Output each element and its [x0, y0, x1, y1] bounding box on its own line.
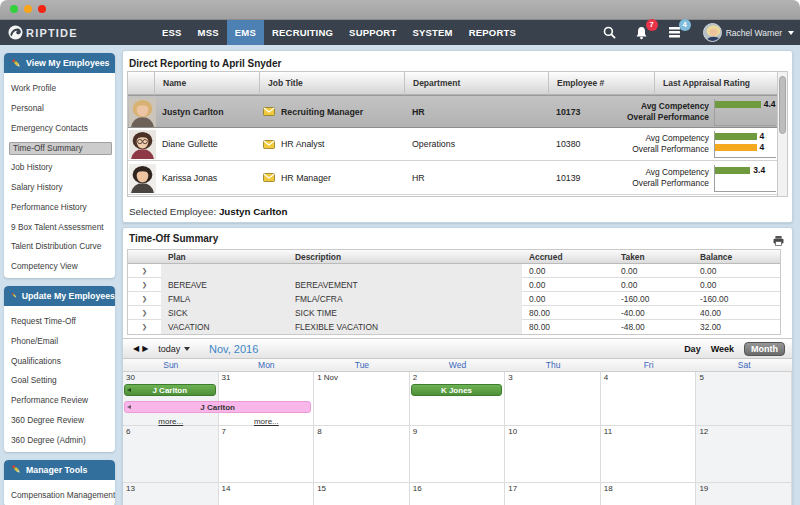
timeoff-row[interactable]: ❯FMLAFMLA/CFRA0.00-160.00-160.00 — [128, 292, 780, 306]
more-events-link[interactable]: more... — [219, 417, 315, 426]
window-button-red[interactable] — [38, 5, 46, 13]
expand-row-icon[interactable]: ❯ — [128, 320, 161, 334]
calendar-day-cell[interactable]: 10 — [505, 426, 601, 482]
sidebar-item-9-box-talent-assessment[interactable]: 9 Box Talent Assessment — [4, 218, 115, 238]
column-header-name[interactable]: Name — [154, 72, 259, 95]
sidebar-item-competency-view[interactable]: Competency View — [4, 257, 115, 277]
calendar-view-day[interactable]: Day — [684, 344, 701, 354]
timeoff-row[interactable]: ❯0.000.000.00 — [128, 264, 780, 278]
scrollbar-thumb[interactable] — [779, 76, 786, 134]
calendar-day-cell[interactable]: 15 — [314, 483, 410, 505]
sidebar-item-360-degree-review[interactable]: 360 Degree Review — [4, 411, 115, 431]
sidebar-item-time-off-summary[interactable]: Time-Off Summary — [9, 142, 112, 155]
column-header-department[interactable]: Department — [404, 72, 548, 95]
column-header-accrued[interactable]: Accrued — [522, 250, 614, 264]
sidebar-item-360-degree-admin-[interactable]: 360 Degree (Admin) — [4, 431, 115, 451]
calendar-event[interactable]: K Jones — [411, 384, 503, 396]
employees-table-scrollbar[interactable] — [777, 71, 788, 197]
employee-row[interactable]: Justyn CarltonRecruiting ManagerHR101734… — [128, 95, 777, 128]
user-menu[interactable]: Rachel Warner — [703, 23, 794, 42]
sidebar-item-performance-review[interactable]: Performance Review — [4, 391, 115, 411]
rating-label: Avg Competency — [645, 167, 709, 177]
sidebar-item-goal-setting[interactable]: Goal Setting — [4, 371, 115, 391]
sidebar-item-talent-distribution-curve[interactable]: Talent Distribution Curve — [4, 237, 115, 257]
employee-row[interactable]: Karissa JonasHR ManagerHR101393.4Avg Com… — [128, 162, 777, 195]
timeoff-row[interactable]: ❯VACATIONFLEXIBLE VACATION80.00-48.0032.… — [128, 320, 780, 334]
calendar-view-week[interactable]: Week — [711, 344, 734, 354]
nav-item-recruiting[interactable]: RECRUITING — [264, 20, 341, 45]
nav-item-ems[interactable]: EMS — [227, 20, 264, 45]
calendar-day-cell[interactable]: 2 — [410, 372, 506, 425]
calendar-event[interactable]: J Carlton — [124, 384, 216, 396]
activity-feed-icon[interactable]: 4 — [665, 23, 685, 43]
more-events-link[interactable]: more... — [123, 417, 219, 426]
calendar-day-cell[interactable]: 6 — [123, 426, 219, 482]
search-icon[interactable] — [600, 23, 620, 43]
cell-description: SICK TIME — [288, 306, 522, 320]
email-icon[interactable] — [263, 107, 275, 116]
calendar-day-cell[interactable]: 7 — [219, 426, 315, 482]
calendar-day-cell[interactable]: 4 — [601, 372, 697, 425]
email-icon[interactable] — [263, 140, 275, 149]
weekday-sun: Sun — [123, 359, 219, 372]
calendar-day-cell[interactable]: 3 — [505, 372, 601, 425]
user-name: Rachel Warner — [726, 28, 782, 38]
sidebar-item-job-history[interactable]: Job History — [4, 158, 115, 178]
calendar-day-cell[interactable]: 11 — [601, 426, 697, 482]
calendar-event[interactable]: J Carlton — [124, 401, 311, 413]
expand-row-icon[interactable]: ❯ — [128, 306, 161, 320]
print-icon[interactable] — [773, 232, 784, 250]
window-button-orange[interactable] — [24, 5, 32, 13]
calendar-day-cell[interactable]: 17 — [505, 483, 601, 505]
cell-department: HR — [404, 162, 548, 194]
expand-row-icon[interactable]: ❯ — [128, 264, 161, 278]
calendar-day-cell[interactable]: 14 — [219, 483, 315, 505]
nav-item-mss[interactable]: MSS — [190, 20, 227, 45]
column-header-balance[interactable]: Balance — [693, 250, 780, 264]
nav-item-support[interactable]: SUPPORT — [341, 20, 404, 45]
sidebar-item-salary-history[interactable]: Salary History — [4, 178, 115, 198]
sidebar-item-performance-history[interactable]: Performance History — [4, 198, 115, 218]
notifications-bell-icon[interactable]: 7 — [632, 23, 652, 43]
sidebar-item-personal[interactable]: Personal — [4, 99, 115, 119]
calendar-prev-icon[interactable]: ◀ — [133, 345, 139, 353]
sidebar-item-request-time-off[interactable]: Request Time-Off — [4, 312, 115, 332]
nav-item-system[interactable]: SYSTEM — [404, 20, 460, 45]
column-header-description[interactable]: Description — [288, 250, 522, 264]
calendar-day-cell[interactable]: 1 Nov — [314, 372, 410, 425]
sidebar-section-0: View My EmployeesWork ProfilePersonalEme… — [4, 53, 115, 278]
calendar-day-cell[interactable]: 13 — [123, 483, 219, 505]
sidebar-item-emergency-contacts[interactable]: Emergency Contacts — [4, 119, 115, 139]
employee-row[interactable]: Diane GulletteHR AnalystOperations103804… — [128, 128, 777, 161]
column-header-last-appraisal-rating[interactable]: Last Appraisal Rating — [654, 72, 778, 95]
column-header-job-title[interactable]: Job Title — [259, 72, 404, 95]
column-header-taken[interactable]: Taken — [614, 250, 693, 264]
calendar-day-cell[interactable]: 19 — [696, 483, 792, 505]
calendar-today-button[interactable]: today — [158, 344, 190, 354]
sidebar-item-qualifications[interactable]: Qualifications — [4, 352, 115, 372]
brand-logo[interactable]: RIPTIDE — [8, 20, 78, 45]
timeoff-row[interactable]: ❯BEREAVEBEREAVEMENT0.000.000.00 — [128, 278, 780, 292]
expand-row-icon[interactable]: ❯ — [128, 292, 161, 306]
sidebar-item-compensation-management[interactable]: Compensation Management — [4, 486, 115, 505]
nav-item-reports[interactable]: REPORTS — [461, 20, 524, 45]
calendar-day-cell[interactable]: 8 — [314, 426, 410, 482]
email-icon[interactable] — [263, 173, 275, 182]
sidebar-item-work-profile[interactable]: Work Profile — [4, 79, 115, 99]
sidebar-item-phone-email[interactable]: Phone/Email — [4, 332, 115, 352]
day-number: 9 — [413, 427, 417, 436]
calendar-day-cell[interactable]: 9 — [410, 426, 506, 482]
nav-item-ess[interactable]: ESS — [154, 20, 190, 45]
window-button-green[interactable] — [10, 5, 18, 13]
calendar-day-cell[interactable]: 18 — [601, 483, 697, 505]
calendar-day-cell[interactable]: 5 — [696, 372, 792, 425]
calendar-day-cell[interactable]: 16 — [410, 483, 506, 505]
column-header-plan[interactable]: Plan — [161, 250, 288, 264]
timeoff-row[interactable]: ❯SICKSICK TIME80.00-40.0040.00 — [128, 306, 780, 320]
expand-row-icon[interactable]: ❯ — [128, 278, 161, 292]
calendar-next-icon[interactable]: ▶ — [142, 345, 148, 353]
day-number: 13 — [126, 484, 135, 493]
calendar-view-month[interactable]: Month — [744, 342, 785, 356]
column-header-employee-[interactable]: Employee # — [548, 72, 654, 95]
calendar-day-cell[interactable]: 12 — [696, 426, 792, 482]
